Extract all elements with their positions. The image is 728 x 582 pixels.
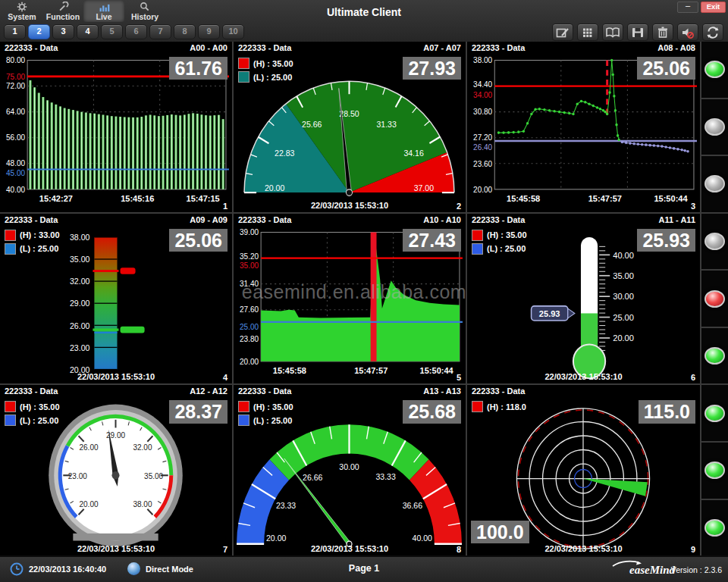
- panel-a11[interactable]: 222333 - DataA11 - A1140.0035.0030.0025.…: [467, 214, 701, 386]
- svg-text:35.00: 35.00: [70, 255, 89, 264]
- led-cell-2: [701, 99, 728, 157]
- svg-text:20.00: 20.00: [240, 357, 259, 365]
- status-bar: 22/03/2013 16:40:40 Direct Mode Page 1 e…: [0, 555, 728, 582]
- sync-button[interactable]: [702, 23, 723, 41]
- page-tab-10[interactable]: 10: [222, 24, 244, 39]
- trash-button[interactable]: [652, 23, 673, 41]
- value-display: 25.06: [169, 229, 228, 252]
- led-cell-8: [701, 443, 728, 500]
- grid-button[interactable]: [577, 23, 598, 41]
- app-title: Ultimate Client: [0, 6, 728, 18]
- svg-text:72.00: 72.00: [6, 82, 25, 90]
- save-button[interactable]: [627, 23, 648, 41]
- panel-channel: A10 - A10: [423, 215, 461, 226]
- svg-text:34.16: 34.16: [403, 149, 423, 158]
- legend-label: (L) : 25.00: [20, 416, 58, 425]
- legend-color-swatch: [238, 71, 249, 83]
- led-indicator-2: [704, 118, 725, 136]
- legend-color-swatch: [5, 243, 16, 255]
- legend-row: (L) : 25.00: [238, 415, 293, 426]
- page-tab-9[interactable]: 9: [198, 24, 220, 39]
- svg-text:23.33: 23.33: [276, 501, 296, 510]
- legend-row: (H) : 35.00: [5, 401, 60, 412]
- exit-button[interactable]: Exit: [701, 2, 726, 13]
- page-tab-3[interactable]: 3: [52, 24, 74, 39]
- svg-text:20.00: 20.00: [79, 500, 98, 508]
- panel-channel: A11 - A11: [658, 215, 695, 226]
- trash-icon: [655, 26, 670, 39]
- svg-text:34.40: 34.40: [473, 80, 492, 89]
- legend-label: (H) : 35.00: [20, 402, 60, 411]
- page-tab-7[interactable]: 7: [149, 24, 171, 39]
- mute-button[interactable]: [677, 23, 698, 41]
- panel-grid: 222333 - DataA00 - A0080.0075.0072.0064.…: [0, 42, 728, 557]
- mute-icon: [680, 26, 695, 39]
- panel-a07[interactable]: 222333 - DataA07 - A0720.0022.8325.6628.…: [234, 42, 467, 214]
- svg-text:26.00: 26.00: [79, 443, 98, 452]
- svg-text:32.00: 32.00: [70, 277, 89, 286]
- led-cell-4: [701, 214, 728, 271]
- panel-a00[interactable]: 222333 - DataA00 - A0080.0075.0072.0064.…: [0, 42, 234, 214]
- panel-legend: (H) : 35.00(L) : 25.00: [238, 401, 293, 428]
- svg-text:40.00: 40.00: [413, 534, 432, 543]
- legend-color-swatch: [472, 401, 483, 412]
- led-cell-9: [701, 500, 728, 558]
- legend-color-swatch: [5, 415, 16, 426]
- svg-text:37.00: 37.00: [414, 183, 434, 192]
- minimize-button[interactable]: –: [677, 2, 698, 13]
- led-cell-3: [701, 156, 728, 214]
- edit-button[interactable]: [552, 23, 573, 41]
- svg-text:45.00: 45.00: [6, 169, 25, 177]
- svg-text:27.60: 27.60: [240, 305, 259, 314]
- value-display: 25.68: [403, 400, 461, 423]
- legend-label: (L) : 25.00: [20, 244, 58, 253]
- svg-text:31.40: 31.40: [240, 280, 259, 288]
- svg-text:23.80: 23.80: [240, 334, 259, 343]
- panel-a08[interactable]: 222333 - DataA08 - A0838.0034.4034.0030.…: [467, 42, 701, 214]
- panel-index: 9: [691, 545, 695, 554]
- svg-text:26.00: 26.00: [70, 321, 89, 330]
- legend-row: (H) : 35.00: [472, 230, 527, 241]
- svg-text:33.33: 33.33: [375, 473, 395, 482]
- svg-text:35.00: 35.00: [144, 472, 163, 480]
- page-tab-1[interactable]: 1: [4, 24, 26, 39]
- panel-a10[interactable]: 222333 - DataA10 - A1039.0035.2035.0031.…: [234, 214, 467, 386]
- svg-text:15:42:27: 15:42:27: [39, 194, 73, 203]
- panel-timestamp: 22/03/2013 15:53:10: [234, 544, 466, 553]
- svg-text:25.00: 25.00: [240, 322, 259, 330]
- legend-color-swatch: [5, 230, 16, 241]
- svg-text:30.00: 30.00: [613, 292, 634, 301]
- panel-title: 222333 - Data: [238, 43, 291, 54]
- panel-a12[interactable]: 222333 - DataA12 - A1220.0023.0026.0029.…: [0, 385, 234, 557]
- svg-text:38.00: 38.00: [70, 233, 89, 242]
- page-tab-2[interactable]: 2: [28, 24, 50, 39]
- panel-index: 4: [223, 373, 228, 382]
- book-icon: [605, 26, 620, 39]
- page-tab-6[interactable]: 6: [125, 24, 147, 39]
- panel-a13[interactable]: 222333 - DataA13 - A1320.0023.3326.6630.…: [234, 385, 467, 557]
- panel-legend: (H) : 35.00(L) : 25.00: [5, 401, 60, 428]
- svg-text:39.00: 39.00: [240, 228, 259, 236]
- panel-title: 222333 - Data: [238, 215, 291, 226]
- panel-channel: A08 - A08: [657, 43, 695, 54]
- book-button[interactable]: [602, 23, 623, 41]
- legend-row: (L) : 25.00: [5, 415, 60, 426]
- page-tab-4[interactable]: 4: [77, 24, 99, 39]
- svg-text:40.00: 40.00: [613, 250, 634, 259]
- panel-a09[interactable]: 222333 - DataA09 - A0938.0035.0032.0029.…: [0, 214, 234, 386]
- panel-radar[interactable]: 222333 - Data(H) : 118.0115.0100.022/03/…: [467, 385, 701, 557]
- svg-text:48.00: 48.00: [6, 159, 25, 167]
- grid-icon: [580, 26, 595, 39]
- title-bar: SystemFunctionLiveHistory Ultimate Clien…: [0, 0, 728, 42]
- value-display: 27.43: [403, 229, 461, 252]
- led-cell-5: [701, 271, 728, 328]
- page-tab-8[interactable]: 8: [174, 24, 196, 39]
- legend-row: (L) : 25.00: [5, 243, 60, 255]
- legend-color-swatch: [472, 230, 483, 241]
- svg-text:23.00: 23.00: [68, 472, 87, 480]
- svg-text:15:47:57: 15:47:57: [354, 365, 388, 374]
- page-tab-5[interactable]: 5: [101, 24, 123, 39]
- led-indicator-9: [704, 519, 725, 537]
- panel-index: 5: [457, 373, 461, 382]
- panel-channel: A09 - A09: [190, 215, 228, 226]
